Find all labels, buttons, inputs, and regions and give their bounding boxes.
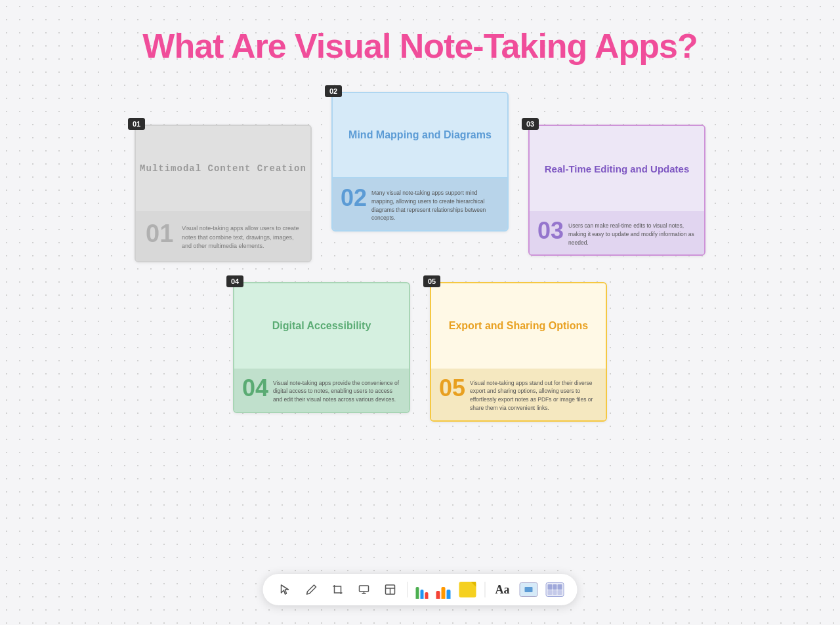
table-cell [548,584,553,590]
card-01-top: Multimodal Content Creation [136,126,310,211]
card-wrapper-02: 02 Mind Mapping and Diagrams 02 Many vis… [331,92,509,232]
card-badge-02: 02 [325,85,342,97]
crop-tool-button[interactable] [329,580,347,599]
table-cell [553,590,557,595]
chart-bar-2 [442,587,446,599]
card-03-title: Real-Time Editing and Updates [545,163,690,174]
card-wrapper-03: 03 Real-Time Editing and Updates 03 User… [528,125,705,256]
table-cell [558,590,562,595]
top-row: 01 Multimodal Content Creation 01 Visual… [26,92,814,262]
card-04-top: Digital Accessibility [234,283,409,369]
card-04-number: 04 [242,376,265,400]
card-badge-05: 05 [423,275,440,287]
table-cell [558,584,562,590]
card-05-title: Export and Sharing Options [449,320,588,332]
card-badge-04: 04 [226,275,243,287]
card-01-title: Multimodal Content Creation [140,163,306,174]
card-02-title: Mind Mapping and Diagrams [348,129,492,141]
card-01-text: Visual note-taking apps allow users to c… [182,224,301,251]
svg-rect-0 [335,586,341,593]
card-badge-01: 01 [128,118,145,130]
card-05-number: 05 [439,376,462,400]
table-icon [546,582,564,597]
table-cell [553,584,557,590]
card-02[interactable]: Mind Mapping and Diagrams 02 Many visual… [331,92,509,232]
page-title: What Are Visual Note-Taking Apps? [0,0,840,79]
card-05-top: Export and Sharing Options [431,283,606,369]
card-wrapper-05: 05 Export and Sharing Options 05 Visual … [430,282,607,422]
layout-tool-button[interactable] [381,580,400,599]
card-03[interactable]: Real-Time Editing and Updates 03 Users c… [528,125,705,256]
text-tool-button[interactable]: Aa [494,580,512,599]
color-bar-red [425,592,429,599]
card-04-bottom: 04 Visual note-taking apps provide the c… [234,369,409,412]
card-02-top: Mind Mapping and Diagrams [333,93,507,178]
card-05-text: Visual note-taking apps stand out for th… [470,379,598,413]
image-placeholder [525,587,533,592]
sticky-note-icon [459,582,476,597]
chart-bar-3 [447,590,451,599]
display-tool-button[interactable] [355,580,373,599]
toolbar: Aa [263,574,578,605]
card-01-bottom: 01 Visual note-taking apps allow users t… [136,211,310,261]
card-01-number: 01 [146,221,172,246]
card-04-text: Visual note-taking apps provide the conv… [273,379,401,404]
table-cell [548,590,553,595]
sticky-fold [471,582,476,587]
card-wrapper-01: 01 Multimodal Content Creation 01 Visual… [135,125,312,262]
chart-bar-1 [436,591,440,599]
card-03-top: Real-Time Editing and Updates [530,126,704,211]
pencil-tool-button[interactable] [303,580,321,599]
card-05-bottom: 05 Visual note-taking apps stand out for… [431,369,606,420]
card-wrapper-04: 04 Digital Accessibility 04 Visual note-… [233,282,410,413]
card-02-text: Many visual note-taking apps support min… [371,189,499,222]
toolbar-divider-2 [485,582,486,597]
card-03-bottom: 03 Users can make real-time edits to vis… [530,211,704,254]
card-badge-03: 03 [522,118,539,130]
color-bars-button[interactable] [416,580,429,599]
table-button[interactable] [546,580,564,599]
svg-rect-5 [360,586,369,592]
card-04[interactable]: Digital Accessibility 04 Visual note-tak… [233,282,410,413]
color-bar-blue [421,590,424,599]
cards-area: 01 Multimodal Content Creation 01 Visual… [0,79,840,435]
card-05[interactable]: Export and Sharing Options 05 Visual not… [430,282,607,422]
toolbar-divider-1 [408,582,408,597]
card-03-text: Users can make real-time edits to visual… [568,222,696,247]
sticky-note-button[interactable] [459,580,477,599]
color-bar-green [416,587,419,599]
chart-button[interactable] [436,580,451,599]
card-02-number: 02 [341,186,364,210]
card-04-title: Digital Accessibility [272,320,371,332]
bottom-row: 04 Digital Accessibility 04 Visual note-… [26,282,814,422]
image-button[interactable] [520,580,538,599]
card-02-bottom: 02 Many visual note-taking apps support … [333,178,507,230]
card-01[interactable]: Multimodal Content Creation 01 Visual no… [135,125,312,262]
image-icon [520,582,538,597]
select-tool-button[interactable] [276,580,295,599]
card-03-number: 03 [537,219,560,243]
text-aa-icon: Aa [495,583,510,597]
